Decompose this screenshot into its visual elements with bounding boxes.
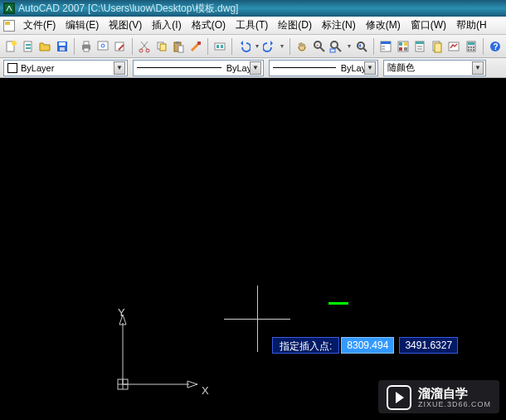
redo-button[interactable]	[262, 37, 277, 56]
undo-button[interactable]	[236, 37, 251, 56]
toolbar-separator	[231, 38, 232, 55]
open-button[interactable]	[37, 37, 52, 56]
svg-rect-25	[221, 45, 223, 48]
dynamic-input-prompt: 指定插入点:	[272, 337, 339, 354]
drawing-canvas[interactable]: Y X 指定插入点: 8309.494 3491.6327 溜溜自学 ZIXUE…	[0, 78, 506, 420]
ucs-x-label: X	[202, 384, 209, 397]
zoom-window-button[interactable]	[328, 37, 343, 56]
help-button[interactable]: ?	[488, 37, 503, 56]
menu-bar: 文件(F) 编辑(E) 视图(V) 插入(I) 格式(O) 工具(T) 绘图(D…	[0, 17, 506, 35]
toolbar-separator	[483, 38, 484, 55]
chevron-down-icon: ▼	[250, 61, 261, 75]
ucs-y-label: Y	[118, 306, 125, 319]
dynamic-input-y[interactable]: 3491.6327	[399, 337, 458, 354]
calculator-button[interactable]	[463, 37, 478, 56]
svg-rect-41	[416, 42, 424, 44]
linetype-sample	[137, 67, 221, 68]
svg-rect-38	[399, 47, 402, 51]
svg-rect-34	[382, 48, 385, 50]
ucs-icon	[108, 308, 207, 399]
menu-modify[interactable]: 修改(M)	[361, 17, 406, 34]
block-editor-button[interactable]	[212, 37, 227, 56]
svg-rect-11	[84, 48, 89, 51]
zoom-dropdown[interactable]: ▾	[346, 37, 353, 56]
svg-rect-37	[404, 42, 407, 46]
print-button[interactable]	[79, 37, 94, 56]
undo-dropdown[interactable]: ▾	[253, 37, 260, 56]
sheet-set-button[interactable]	[430, 37, 445, 56]
svg-rect-21	[178, 46, 183, 52]
menu-draw[interactable]: 绘图(D)	[273, 17, 317, 34]
svg-point-50	[470, 46, 472, 48]
color-swatch	[7, 63, 17, 73]
app-icon	[3, 2, 15, 14]
doc-path: [C:\Users\luow\Desktop\模板.dwg]	[88, 2, 238, 16]
app-title: AutoCAD 2007	[18, 2, 85, 14]
menu-format[interactable]: 格式(O)	[187, 17, 231, 34]
svg-rect-22	[197, 42, 201, 45]
copy-button[interactable]	[153, 37, 168, 56]
svg-rect-8	[60, 47, 65, 51]
color-combo[interactable]: ByLayer ▼	[3, 60, 128, 76]
menu-insert[interactable]: 插入(I)	[147, 17, 186, 34]
menu-help[interactable]: 帮助(H	[451, 17, 492, 34]
plotstyle-combo[interactable]: 随颜色 ▼	[383, 60, 486, 76]
toolbar-separator	[74, 38, 75, 55]
paste-button[interactable]	[171, 37, 186, 56]
svg-point-54	[473, 49, 474, 51]
chevron-down-icon: ▼	[472, 61, 484, 75]
svg-rect-20	[176, 42, 179, 44]
svg-rect-48	[468, 42, 474, 45]
save-button[interactable]	[54, 37, 69, 56]
menu-window[interactable]: 窗口(W)	[406, 17, 451, 34]
svg-rect-24	[217, 45, 219, 48]
svg-rect-39	[404, 47, 407, 51]
svg-text:?: ?	[493, 42, 498, 51]
svg-rect-7	[59, 42, 66, 46]
color-combo-label: ByLayer	[21, 63, 54, 73]
svg-text:+: +	[316, 42, 319, 47]
svg-point-49	[468, 46, 470, 48]
svg-rect-3	[24, 42, 32, 51]
wizard-button[interactable]	[20, 37, 35, 56]
svg-rect-29	[330, 49, 335, 52]
menu-view[interactable]: 视图(V)	[104, 17, 147, 34]
design-center-button[interactable]	[396, 37, 411, 56]
svg-rect-23	[215, 43, 225, 50]
tool-palette-button[interactable]	[412, 37, 427, 56]
match-props-button[interactable]	[187, 37, 202, 56]
linetype-combo[interactable]: ByLayer ▼	[133, 60, 264, 76]
svg-point-52	[468, 49, 470, 51]
document-icon	[3, 20, 15, 32]
redo-dropdown[interactable]: ▾	[279, 37, 285, 56]
svg-point-2	[12, 41, 17, 46]
zoom-previous-button[interactable]	[354, 37, 369, 56]
svg-rect-43	[417, 48, 422, 50]
lineweight-sample	[273, 67, 336, 68]
menu-tools[interactable]: 工具(T)	[231, 17, 273, 34]
watermark-url: ZIXUE.3D66.COM	[418, 400, 491, 408]
toolbar-standard: ▾ ▾ + ▾ ?	[0, 35, 506, 58]
pan-button[interactable]	[294, 37, 309, 56]
dynamic-input: 指定插入点: 8309.494 3491.6327	[272, 337, 458, 354]
toolbar-separator	[373, 38, 374, 55]
svg-rect-18	[160, 44, 166, 51]
plot-preview-button[interactable]	[95, 37, 110, 56]
menu-file[interactable]: 文件(F)	[18, 17, 61, 34]
drawn-entity	[328, 302, 348, 305]
lineweight-combo[interactable]: ByLayer ▼	[269, 60, 378, 76]
markup-button[interactable]	[446, 37, 461, 56]
watermark: 溜溜自学 ZIXUE.3D66.COM	[378, 380, 499, 413]
toolbar-separator	[132, 38, 133, 55]
publish-button[interactable]	[113, 37, 128, 56]
cut-button[interactable]	[137, 37, 152, 56]
dynamic-input-x[interactable]: 8309.494	[341, 337, 394, 354]
watermark-title: 溜溜自学	[418, 387, 491, 401]
properties-button[interactable]	[378, 37, 393, 56]
new-button[interactable]	[3, 37, 18, 56]
zoom-realtime-button[interactable]: +	[312, 37, 327, 56]
menu-annotate[interactable]: 标注(N)	[317, 17, 361, 34]
toolbar-separator	[289, 38, 290, 55]
menu-edit[interactable]: 编辑(E)	[61, 17, 104, 34]
svg-rect-45	[435, 43, 441, 52]
